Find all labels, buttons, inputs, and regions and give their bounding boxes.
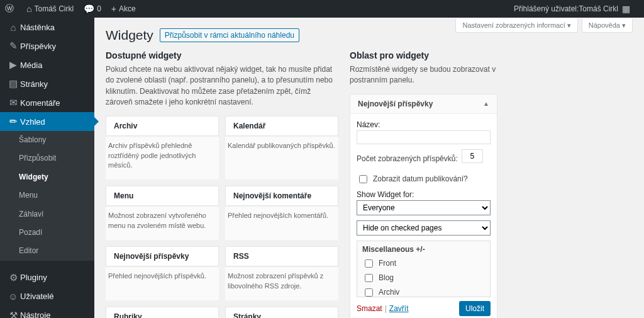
widget-title[interactable]: Stránky xyxy=(225,307,338,318)
menu-icon: ⚒ xyxy=(6,310,20,318)
widget-title[interactable]: Nejnovější příspěvky xyxy=(106,246,219,266)
page-checkbox[interactable] xyxy=(365,259,373,268)
widget-title[interactable]: Menu xyxy=(106,186,219,206)
page-check-label: Blog xyxy=(379,273,394,282)
widget-title[interactable]: Kalendář xyxy=(225,116,338,136)
submenu-item[interactable]: Editor xyxy=(0,242,94,260)
ab-new-label: Akce xyxy=(119,4,136,13)
widget-form: Název: Počet zobrazených příspěvků: Zobr… xyxy=(357,120,491,316)
home-icon: ⌂ xyxy=(26,4,31,14)
screen-options-tab[interactable]: Nastavení zobrazených informací xyxy=(455,19,577,33)
available-widget[interactable]: MenuMožnost zobrazení vytvořeného menu n… xyxy=(106,186,219,240)
page-check-item[interactable]: Front xyxy=(362,256,485,271)
available-widget[interactable]: RubrikyPřehled rubrik v podobě seznamu n… xyxy=(106,307,219,318)
menu-label: Vzhled xyxy=(20,117,45,127)
areas-desc: Rozmístěné widgety se budou zobrazovat v… xyxy=(350,64,497,86)
menu-icon: ✎ xyxy=(6,40,20,52)
ab-new[interactable]: +Akce xyxy=(106,0,141,18)
submenu-item[interactable]: Šablony xyxy=(0,131,94,149)
menu-item[interactable]: ✉Komentáře xyxy=(0,93,94,112)
submenu-item[interactable]: Záhlaví xyxy=(0,205,94,224)
page-check-label: Front xyxy=(379,259,396,268)
page-check-item[interactable]: Blog xyxy=(362,271,485,285)
showfor-label: Show Widget for: xyxy=(357,190,491,199)
count-label: Počet zobrazených příspěvků: xyxy=(357,154,458,163)
customize-button[interactable]: Přizpůsobit v rámci aktuálního náhledu xyxy=(160,28,299,42)
widget-title[interactable]: Archiv xyxy=(106,116,219,136)
menu-item[interactable]: ▤Stránky xyxy=(0,74,94,93)
ab-comments-count: 0 xyxy=(97,4,101,13)
admin-bar: ⓦ ⌂Tomáš Cirkl 💬0 +Akce Přihlášený uživa… xyxy=(0,0,644,18)
menu-icon: ☺ xyxy=(6,291,20,302)
pages-group-header[interactable]: Miscellaneous +/- xyxy=(362,245,485,254)
avatar-icon: ▦ xyxy=(622,4,630,14)
ab-user-name: Tomáš Cirkl xyxy=(579,4,618,13)
widget-title[interactable]: RSS xyxy=(225,246,338,266)
content-wrap: Widgety Přizpůsobit v rámci aktuálního n… xyxy=(94,18,644,318)
submenu-item[interactable]: Přizpůsobit xyxy=(0,149,94,168)
menu-item[interactable]: ⌂Nástěnka xyxy=(0,18,94,37)
menu-item[interactable]: ☺Uživatelé xyxy=(0,287,94,306)
submenu-item[interactable]: Widgety xyxy=(0,168,94,186)
widget-desc: Možnost zobrazení příspěvků z libovolnéh… xyxy=(225,266,338,300)
screen-meta: Nastavení zobrazených informací Nápověda xyxy=(455,19,633,33)
showdate-checkbox[interactable] xyxy=(359,175,367,183)
page-check-label: Archiv xyxy=(379,288,399,297)
close-link[interactable]: Zavřít xyxy=(389,304,409,313)
menu-label: Nástěnka xyxy=(20,23,55,32)
menu-label: Příspěvky xyxy=(20,42,56,51)
ab-site[interactable]: ⌂Tomáš Cirkl xyxy=(21,0,79,18)
widget-areas-col: Oblast pro widgety Rozmístěné widgety se… xyxy=(350,50,497,318)
menu-label: Pluginy xyxy=(20,273,47,282)
menu-icon: ⚙ xyxy=(6,272,20,283)
save-button[interactable]: Uložit xyxy=(459,301,491,316)
available-widget[interactable]: ArchivArchiv příspěvků přehledně roztříd… xyxy=(106,116,219,180)
page-check-item[interactable]: Archiv xyxy=(362,285,485,297)
pages-panel[interactable]: Miscellaneous +/- FrontBlogArchivZobraze… xyxy=(357,241,491,297)
menu-item[interactable]: ⚙Pluginy xyxy=(0,268,94,287)
ab-wp-logo[interactable]: ⓦ xyxy=(0,0,21,18)
submenu-item[interactable]: Menu xyxy=(0,186,94,205)
delete-link[interactable]: Smazat xyxy=(357,304,382,313)
menu-icon: ▶ xyxy=(6,59,20,71)
plus-icon: + xyxy=(111,4,116,14)
available-title: Dostupné widgety xyxy=(106,50,338,60)
menu-item[interactable]: ⚒Nástroje xyxy=(0,306,94,318)
available-widget[interactable]: Nejnovější příspěvkyPřehled nejnovějších… xyxy=(106,246,219,300)
page-checkbox[interactable] xyxy=(365,288,373,297)
menu-item[interactable]: ▶Média xyxy=(0,55,94,74)
widget-title[interactable]: Nejnovější komentáře xyxy=(225,186,338,206)
widget-desc: Archiv příspěvků přehledně roztříděný po… xyxy=(106,136,219,180)
page-checkbox[interactable] xyxy=(365,274,373,282)
available-widget[interactable]: StránkyPřehled vytvořených stránek. xyxy=(225,307,338,318)
available-widget[interactable]: Nejnovější komentářePřehled nejnovějších… xyxy=(225,186,338,240)
available-desc: Pokud chcete na webu aktivovat nějaký wi… xyxy=(106,64,338,108)
available-widget[interactable]: RSSMožnost zobrazení příspěvků z libovol… xyxy=(225,246,338,300)
areas-title: Oblast pro widgety xyxy=(350,50,497,60)
widget-area: Nejnovější příspěvky ▲ Název: Počet zobr… xyxy=(350,94,497,318)
ab-comments[interactable]: 💬0 xyxy=(79,0,106,18)
widget-desc: Možnost zobrazení vytvořeného menu na zv… xyxy=(106,206,219,240)
widget-area-title: Nejnovější příspěvky xyxy=(358,99,433,108)
available-widgets-grid: ArchivArchiv příspěvků přehledně roztříd… xyxy=(106,116,338,318)
menu-icon: ▤ xyxy=(6,78,20,89)
name-label: Název: xyxy=(357,120,491,129)
submenu-item[interactable]: Pozadí xyxy=(0,224,94,242)
ab-account[interactable]: Přihlášený uživatel: Tomáš Cirkl ▦ xyxy=(509,0,638,18)
menu-item[interactable]: ✏Vzhled xyxy=(0,112,94,131)
hidemode-select[interactable]: Hide on checked pages xyxy=(357,220,491,236)
widget-title[interactable]: Rubriky xyxy=(106,307,219,318)
widget-desc: Kalendář publikovaných příspěvků. xyxy=(225,136,338,160)
menu-label: Média xyxy=(20,60,42,70)
available-widgets-col: Dostupné widgety Pokud chcete na webu ak… xyxy=(106,50,338,318)
available-widget[interactable]: KalendářKalendář publikovaných příspěvků… xyxy=(225,116,338,180)
widget-area-header[interactable]: Nejnovější příspěvky ▲ xyxy=(350,94,497,114)
page-title: Widgety xyxy=(106,28,153,43)
count-input[interactable] xyxy=(462,149,483,163)
menu-item[interactable]: ✎Příspěvky xyxy=(0,37,94,55)
help-tab[interactable]: Nápověda xyxy=(582,19,633,33)
menu-label: Komentáře xyxy=(20,98,60,108)
menu-label: Stránky xyxy=(20,79,48,89)
name-input[interactable] xyxy=(357,130,491,144)
showfor-select[interactable]: Everyone xyxy=(357,200,491,215)
